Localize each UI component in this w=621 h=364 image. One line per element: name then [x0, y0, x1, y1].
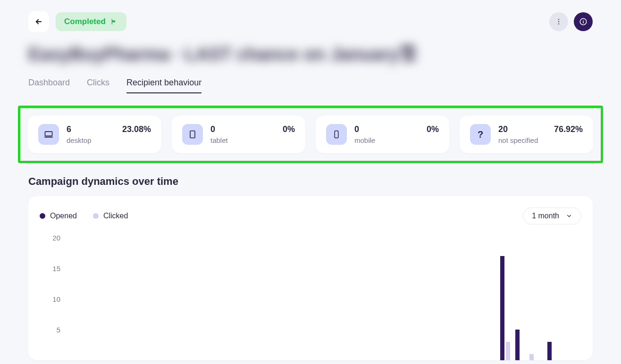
legend-clicked: Clicked [93, 212, 128, 220]
status-badge: Completed [56, 12, 126, 31]
bar-opened [547, 342, 552, 360]
svg-point-1 [558, 19, 559, 20]
legend-dot-opened [40, 213, 45, 219]
chart-section-title: Campaign dynamics over time [28, 175, 593, 188]
stat-label: not specified [498, 136, 583, 144]
chevron-down-icon [566, 213, 572, 219]
chart-plot [67, 238, 577, 360]
legend-dot-clicked [93, 213, 99, 219]
y-tick: 5 [57, 326, 60, 334]
svg-rect-7 [45, 132, 52, 136]
svg-point-2 [558, 21, 559, 22]
bar-group [500, 256, 510, 360]
help-button[interactable] [574, 12, 593, 31]
stat-percent: 0% [427, 124, 439, 134]
tab-dashboard[interactable]: Dashboard [28, 78, 70, 93]
tab-clicks[interactable]: Clicks [87, 78, 109, 93]
legend-label-opened: Opened [50, 212, 77, 220]
bar-opened [500, 256, 504, 360]
arrow-left-icon [34, 17, 43, 26]
chart-legend: Opened Clicked [40, 212, 128, 220]
svg-rect-9 [190, 131, 195, 138]
stat-count: 6 [67, 124, 71, 134]
page-title: EasyBuyPharma · LAST chance on January🏝 [28, 44, 593, 65]
svg-rect-10 [335, 131, 338, 138]
bar-opened [515, 330, 520, 360]
bar-group [515, 330, 520, 360]
bar-group [547, 342, 552, 360]
chart-y-axis: 5101520 [40, 238, 63, 360]
dots-vertical-icon [555, 18, 562, 25]
legend-label-clicked: Clicked [103, 212, 128, 220]
device-stats-highlight: 6 23.08% desktop 0 0% tablet [18, 106, 603, 163]
more-menu-button[interactable] [549, 12, 568, 31]
range-select[interactable]: 1 month [523, 207, 581, 224]
device-stats-row: 6 23.08% desktop 0 0% tablet [28, 116, 593, 153]
stat-count: 0 [210, 124, 215, 134]
bar-group [529, 354, 534, 360]
stat-label: tablet [210, 136, 295, 144]
chart-area: 5101520 [40, 238, 581, 360]
mobile-icon [326, 124, 347, 145]
y-tick: 10 [52, 295, 60, 303]
tabs: Dashboard Clicks Recipient behaviour [28, 78, 593, 93]
y-tick: 15 [52, 265, 60, 273]
info-circle-icon [579, 17, 587, 26]
svg-point-6 [583, 20, 584, 21]
stat-percent: 23.08% [122, 124, 151, 134]
stat-card-desktop: 6 23.08% desktop [28, 116, 161, 153]
stat-percent: 76.92% [554, 124, 583, 134]
bar-clicked [506, 342, 510, 360]
svg-point-3 [558, 23, 559, 24]
tab-recipient-behaviour[interactable]: Recipient behaviour [126, 78, 201, 93]
stat-label: desktop [67, 136, 151, 144]
stat-card-mobile: 0 0% mobile [316, 116, 449, 153]
stat-percent: 0% [283, 124, 295, 134]
bar-clicked [529, 354, 534, 360]
stat-count: 0 [354, 124, 359, 134]
chart-card: Opened Clicked 1 month 5101520 [28, 196, 593, 360]
desktop-icon [38, 124, 59, 145]
tablet-icon [182, 124, 203, 145]
legend-opened: Opened [40, 212, 77, 220]
flag-icon [110, 18, 118, 25]
back-button[interactable] [28, 11, 49, 32]
stat-count: 20 [498, 124, 508, 134]
range-select-value: 1 month [532, 212, 559, 220]
y-tick: 20 [52, 234, 60, 242]
stat-card-not-specified: ? 20 76.92% not specified [460, 116, 593, 153]
question-icon: ? [470, 124, 491, 145]
stat-label: mobile [354, 136, 439, 144]
stat-card-tablet: 0 0% tablet [172, 116, 305, 153]
status-label: Completed [64, 17, 106, 26]
